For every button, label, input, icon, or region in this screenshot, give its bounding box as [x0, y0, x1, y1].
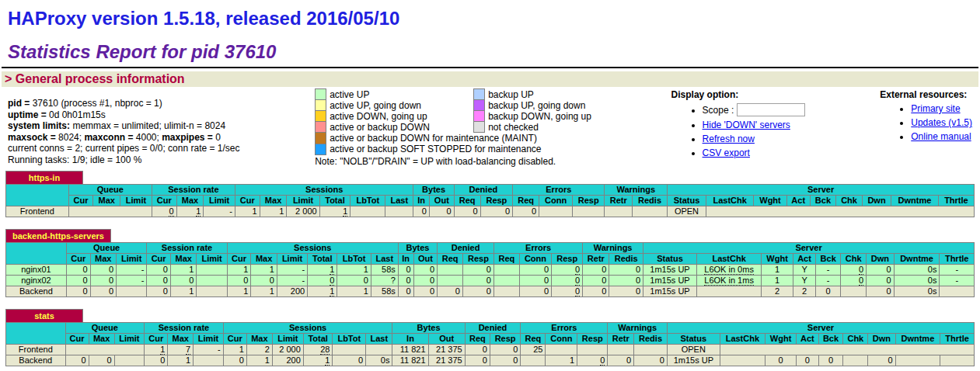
col-header-chk: Chk [836, 195, 863, 206]
col-header-max: Max [260, 195, 287, 206]
legend-swatch-active-or-backup-soft-stopped-for-maintenance [316, 144, 326, 154]
stat-cell: 2 [246, 344, 272, 355]
stat-cell: 0 [490, 355, 520, 366]
col-header-act: Act [797, 333, 819, 344]
link-updates-v1-5[interactable]: Updates (v1.5) [911, 117, 972, 128]
stat-cell [940, 355, 975, 366]
col-header-resp: Resp [552, 253, 583, 264]
stat-cell: 1 [176, 206, 204, 217]
stat-cell: 2 000 [287, 206, 319, 217]
col-header-req: Req [521, 333, 546, 344]
haproxy-stats-page: HAProxy version 1.5.18, released 2016/05… [2, 8, 978, 366]
row-backend: Backend00 01 01200100s11 82121 37500 100… [6, 355, 975, 366]
col-header-status: Status [668, 195, 706, 206]
stat-cell: 0 [552, 286, 583, 296]
stat-cell: - [204, 206, 235, 217]
legend-swatch-backup-down-going-up [474, 111, 485, 122]
col-header-thrtle: Thrtle [938, 195, 974, 206]
col-header-lbtot: LbTot [350, 195, 385, 206]
info-row: pid = 37610 (process #1, nbproc = 1)upti… [2, 87, 978, 167]
stat-cell: 0 [868, 355, 895, 366]
stat-cell: OPEN [667, 344, 720, 355]
col-header-out: Out [429, 195, 454, 206]
col-header-limit: Limit [194, 333, 224, 344]
col-header-req: Req [438, 253, 463, 264]
col-group-errors: Errors [521, 322, 608, 333]
stat-cell: 2 [793, 286, 815, 296]
legend-label: active or backup DOWN [326, 122, 474, 133]
header-group-row: QueueSession rateSessionsBytesDeniedErro… [6, 184, 975, 195]
stat-cell: 0s [366, 355, 392, 366]
stat-cell: 0 [398, 264, 413, 275]
stat-cell: 1 [337, 264, 371, 275]
col-header-max: Max [246, 333, 272, 344]
proxy-tab-backend-https-servers[interactable]: backend-https-servers [5, 229, 111, 242]
link-primary-site[interactable]: Primary site [911, 103, 960, 114]
stat-cell: 0 [577, 355, 608, 366]
col-header-bck: Bck [818, 333, 843, 344]
stat-cell: 0 [490, 344, 520, 355]
stat-cell [114, 355, 145, 366]
stat-cell: 200 [277, 286, 307, 296]
status-legend: active UP backup UP active UP, going dow… [315, 88, 596, 167]
col-header-max: Max [93, 195, 120, 206]
proxy-section-backend-https-servers: backend-https-servers QueueSession rateS… [5, 229, 975, 297]
stat-cell: 0 [519, 286, 551, 296]
col-group-warnings: Warnings [583, 242, 643, 253]
stat-cell: 0 [841, 264, 867, 275]
legend-table: active UP backup UP active UP, going dow… [315, 88, 596, 155]
row-frontend: Frontend 17-122 00028 11 82121 3750025 O… [6, 344, 975, 355]
stats-report-title: Statistics Report for pid 37610 [8, 41, 978, 63]
stat-cell: 0 [333, 355, 366, 366]
scope-input[interactable] [737, 103, 805, 116]
process-info-line: pid = 37610 (process #1, nbproc = 1) [8, 98, 240, 109]
stat-cell [350, 206, 385, 217]
stat-cell [720, 355, 765, 366]
col-header-lastchk: LastChk [696, 253, 761, 264]
stat-cell [197, 264, 227, 275]
stat-cell: - [117, 275, 147, 286]
proxy-tables: https-in QueueSession rateSessionsBytesD… [5, 171, 975, 366]
col-header-dwn: Dwn [867, 253, 895, 264]
stat-cell: 1 [170, 264, 197, 275]
stat-cell: 0s [894, 286, 940, 296]
col-header-total: Total [308, 253, 337, 264]
col-header-req: Req [454, 195, 480, 206]
link-csv-export[interactable]: CSV export [703, 147, 750, 158]
stat-cell [117, 286, 147, 296]
process-info-line: current conns = 2; current pipes = 0/0; … [8, 143, 240, 154]
list-item: Refresh now [703, 133, 805, 144]
display-options-list: Scope : Hide 'DOWN' serversRefresh nowCS… [671, 103, 805, 158]
link-online-manual[interactable]: Online manual [911, 131, 971, 142]
stat-cell [605, 206, 632, 217]
display-options: Display option: Scope : Hide 'DOWN' serv… [671, 89, 805, 158]
col-header-in: In [413, 195, 430, 206]
stat-cell: 0 [398, 275, 413, 286]
stat-cell [493, 286, 519, 296]
stat-cell: 0 [797, 355, 819, 366]
col-header-max: Max [176, 195, 204, 206]
stat-cell: 0s [894, 264, 940, 275]
col-group-denied: Denied [465, 322, 521, 333]
col-header-resp: Resp [480, 195, 512, 206]
header-columns-row: CurMaxLimitCurMaxLimitCurMaxLimitTotalLb… [6, 333, 975, 344]
process-info-line: maxsock = 8024; maxconn = 4000; maxpipes… [8, 132, 240, 144]
row-frontend: Frontend 01-112 0001 00000 OPEN [6, 206, 975, 217]
link-refresh-now[interactable]: Refresh now [703, 133, 755, 144]
stat-cell [68, 206, 152, 217]
legend-label: active or backup SOFT STOPPED for mainte… [326, 144, 596, 154]
stat-cell: 0 [816, 286, 841, 296]
col-header-last: Last [371, 253, 398, 264]
col-header-chk: Chk [841, 253, 867, 264]
stat-cell: 0 [552, 264, 583, 275]
stat-cell: 0 [308, 275, 337, 286]
link-hide-down-servers[interactable]: Hide 'DOWN' servers [703, 120, 790, 130]
proxy-tab-stats[interactable]: stats [5, 309, 83, 322]
corner-cell [6, 242, 67, 264]
legend-row: active or backup SOFT STOPPED for mainte… [316, 144, 596, 154]
stat-cell: 0 [583, 275, 609, 286]
stat-cell: 0 [413, 286, 438, 296]
proxy-tab-https-in[interactable]: https-in [5, 171, 83, 184]
stats-table-https-in: QueueSession rateSessionsBytesDeniedErro… [5, 184, 975, 217]
haproxy-version-link[interactable]: HAProxy version 1.5.18, released 2016/05… [8, 8, 399, 29]
